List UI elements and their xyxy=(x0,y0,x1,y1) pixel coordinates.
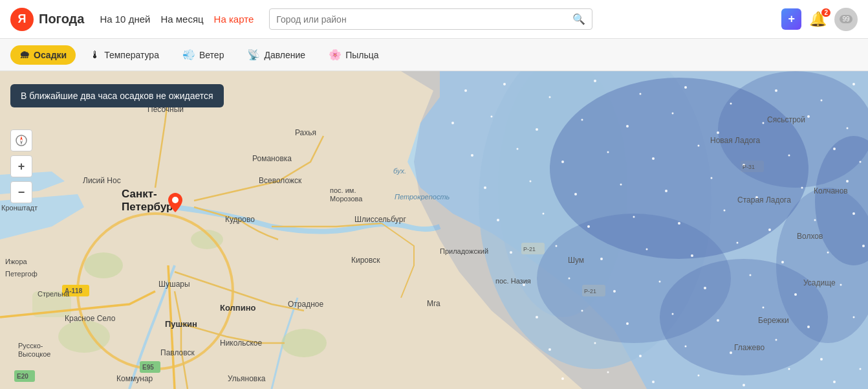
svg-point-35 xyxy=(626,125,629,128)
main-nav: На 10 дней На месяц На карте xyxy=(100,14,254,25)
filter-pressure[interactable]: 📡 Давление xyxy=(238,45,314,65)
notifications-button[interactable]: 🔔 2 xyxy=(809,11,827,28)
svg-point-25 xyxy=(640,93,642,95)
logo-text: Погода xyxy=(39,12,84,27)
svg-point-99 xyxy=(776,339,777,341)
svg-point-51 xyxy=(484,186,486,189)
svg-point-68 xyxy=(852,212,855,215)
filter-temperature[interactable]: 🌡 Температура xyxy=(81,45,168,65)
svg-point-22 xyxy=(503,83,506,85)
svg-text:Е20: Е20 xyxy=(17,373,28,380)
filter-wind-label: Ветер xyxy=(199,50,224,60)
nav-10days[interactable]: На 10 дней xyxy=(100,14,150,25)
svg-point-82 xyxy=(704,287,706,289)
svg-point-101 xyxy=(860,368,862,370)
svg-point-48 xyxy=(788,155,790,157)
svg-point-33 xyxy=(536,128,538,131)
svg-point-58 xyxy=(801,187,803,189)
map-container[interactable]: А-118 Е95 Е20 Р-21 Р-21 Р-31 Санкт-Петер… xyxy=(0,71,868,389)
svg-point-83 xyxy=(750,274,752,276)
svg-point-86 xyxy=(536,316,538,318)
nav-on-map[interactable]: На карте xyxy=(214,14,254,25)
svg-point-39 xyxy=(807,115,810,118)
svg-point-103 xyxy=(607,372,609,373)
svg-point-77 xyxy=(862,245,865,247)
rain-icon: 🌧 xyxy=(19,49,30,61)
svg-point-89 xyxy=(672,313,674,315)
svg-point-65 xyxy=(724,210,726,212)
filter-pollen-label: Пыльца xyxy=(345,50,378,60)
svg-point-5 xyxy=(281,329,327,357)
svg-point-55 xyxy=(665,190,667,192)
compass-button[interactable] xyxy=(10,129,32,151)
map-controls: + − xyxy=(10,129,32,203)
svg-point-29 xyxy=(821,100,823,102)
svg-point-36 xyxy=(672,113,674,115)
svg-point-100 xyxy=(820,358,823,361)
yandex-logo: Я xyxy=(10,8,34,31)
svg-point-88 xyxy=(626,322,629,325)
add-button[interactable]: + xyxy=(781,8,801,30)
svg-point-76 xyxy=(827,252,829,254)
svg-point-97 xyxy=(685,346,687,348)
wind-icon: 💨 xyxy=(182,49,195,61)
svg-point-104 xyxy=(652,381,655,383)
svg-point-61 xyxy=(543,213,545,215)
filter-wind[interactable]: 💨 Ветер xyxy=(173,45,233,65)
svg-point-78 xyxy=(523,283,525,286)
svg-point-45 xyxy=(652,157,655,160)
svg-point-64 xyxy=(678,222,680,225)
svg-point-85 xyxy=(840,284,842,286)
svg-point-107 xyxy=(788,368,790,370)
svg-point-37 xyxy=(717,131,719,134)
svg-point-69 xyxy=(510,251,512,254)
logo-area[interactable]: Я Погода xyxy=(10,8,84,31)
svg-point-26 xyxy=(684,86,687,89)
svg-point-81 xyxy=(659,281,661,283)
svg-point-70 xyxy=(556,245,558,247)
svg-point-84 xyxy=(794,293,797,296)
svg-point-66 xyxy=(768,228,771,231)
svg-text:Р-21: Р-21 xyxy=(584,288,596,295)
svg-point-96 xyxy=(639,355,642,357)
zoom-in-button[interactable]: + xyxy=(10,155,32,177)
svg-marker-117 xyxy=(20,136,23,140)
avatar-badge: 99 xyxy=(840,15,852,23)
svg-point-38 xyxy=(763,122,765,124)
svg-point-30 xyxy=(852,83,855,85)
zoom-out-button[interactable]: − xyxy=(10,181,32,203)
filter-osadki[interactable]: 🌧 Осадки xyxy=(10,45,76,65)
svg-point-27 xyxy=(730,103,732,105)
avatar[interactable]: 99 xyxy=(834,8,858,31)
svg-point-62 xyxy=(587,225,590,228)
svg-point-23 xyxy=(549,96,551,98)
svg-point-63 xyxy=(633,216,635,218)
svg-point-34 xyxy=(581,119,583,121)
notifications-badge: 2 xyxy=(821,8,830,17)
info-tooltip-text: В ближайшие два часа осадков не ожидаетс… xyxy=(21,91,213,101)
svg-point-52 xyxy=(530,181,532,183)
svg-point-72 xyxy=(646,249,648,250)
filter-temperature-label: Температура xyxy=(104,50,159,60)
filter-pollen[interactable]: 🌸 Пыльца xyxy=(320,45,387,65)
svg-point-105 xyxy=(698,375,700,377)
svg-point-106 xyxy=(743,384,745,386)
svg-point-31 xyxy=(451,122,454,124)
search-bar[interactable]: 🔍 xyxy=(269,8,592,30)
nav-month[interactable]: На месяц xyxy=(160,14,203,25)
search-icon: 🔍 xyxy=(572,13,585,25)
svg-point-3 xyxy=(84,252,123,278)
svg-point-90 xyxy=(717,319,719,322)
svg-point-43 xyxy=(561,161,564,163)
svg-point-46 xyxy=(698,145,700,147)
svg-point-24 xyxy=(594,80,596,82)
svg-point-67 xyxy=(814,219,816,221)
svg-point-115 xyxy=(172,197,179,203)
map-pin xyxy=(168,193,182,212)
svg-point-42 xyxy=(517,148,519,150)
filter-bar: 🌧 Осадки 🌡 Температура 💨 Ветер 📡 Давлени… xyxy=(0,39,868,71)
svg-point-56 xyxy=(711,177,713,179)
header-right: + 🔔 2 99 xyxy=(781,8,858,31)
svg-point-32 xyxy=(491,116,493,118)
search-input[interactable] xyxy=(276,14,567,25)
